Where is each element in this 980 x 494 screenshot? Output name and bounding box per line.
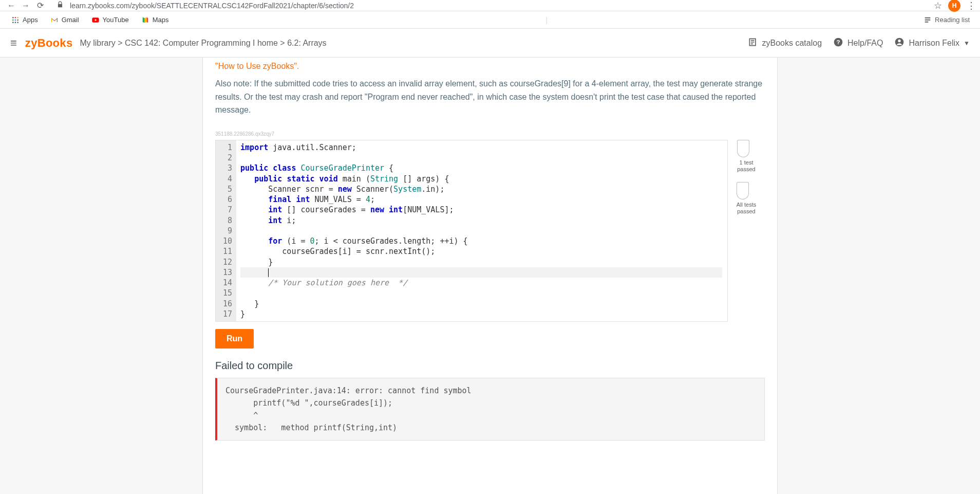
shield-icon — [737, 143, 749, 157]
catalog-link[interactable]: zyBooks catalog — [748, 37, 822, 49]
svg-point-8 — [17, 22, 18, 23]
badge-all-tests: All tests passed — [737, 185, 757, 215]
activity-id: 351188.2286286.qx3zqy7 — [215, 131, 765, 137]
user-menu[interactable]: Harrison Felix ▼ — [894, 37, 970, 49]
badge-one-test: 1 test passed — [737, 143, 755, 173]
app-header: ≡ zyBooks My library > CSC 142: Computer… — [0, 29, 980, 58]
compile-fail-heading: Failed to compile — [215, 360, 765, 372]
svg-point-0 — [12, 17, 14, 19]
help-link[interactable]: ? Help/FAQ — [833, 37, 883, 49]
bookmark-label: Gmail — [62, 16, 79, 24]
page-card: "How to Use zyBooks". Also note: If the … — [202, 58, 778, 494]
help-icon: ? — [833, 37, 843, 49]
breadcrumb[interactable]: My library > CSC 142: Computer Programmi… — [80, 39, 326, 48]
note-paragraph: Also note: If the submitted code tries t… — [215, 77, 765, 117]
howto-link[interactable]: "How to Use zyBooks". — [215, 62, 765, 71]
address-bar[interactable]: learn.zybooks.com/zybook/SEATTLECENTRALC… — [70, 2, 354, 10]
svg-point-1 — [15, 17, 16, 19]
svg-point-7 — [15, 22, 16, 23]
bookmark-apps[interactable]: Apps — [6, 14, 43, 26]
compile-error-output: CourseGradePrinter.java:14: error: canno… — [215, 378, 765, 441]
reading-list-icon — [924, 16, 932, 24]
bookmark-youtube[interactable]: YouTube — [86, 14, 134, 26]
code-area[interactable]: import java.util.Scanner; public class C… — [236, 140, 727, 321]
svg-point-2 — [17, 17, 18, 19]
page-background: "How to Use zyBooks". Also note: If the … — [0, 58, 980, 494]
svg-text:?: ? — [837, 39, 840, 45]
back-button[interactable]: ← — [4, 1, 18, 10]
bookmark-maps[interactable]: Maps — [136, 14, 174, 26]
svg-point-5 — [17, 19, 18, 21]
user-icon — [894, 37, 904, 49]
star-icon[interactable]: ☆ — [934, 0, 942, 11]
bookmarks-bar: Apps Gmail YouTube Maps | Reading list — [0, 11, 980, 29]
svg-point-6 — [12, 22, 14, 23]
bookmark-gmail[interactable]: Gmail — [45, 14, 84, 26]
kebab-icon[interactable]: ⋮ — [967, 0, 976, 11]
svg-point-13 — [898, 39, 901, 42]
profile-avatar[interactable]: H — [948, 0, 960, 12]
code-editor[interactable]: 1234567891011121314151617 import java.ut… — [215, 140, 728, 322]
run-button[interactable]: Run — [215, 329, 254, 349]
reload-button[interactable]: ⟳ — [33, 1, 47, 10]
maps-icon — [141, 16, 149, 24]
forward-button[interactable]: → — [18, 1, 33, 10]
youtube-icon — [91, 16, 100, 24]
gmail-icon — [50, 16, 59, 24]
line-gutter: 1234567891011121314151617 — [216, 140, 236, 321]
chevron-down-icon: ▼ — [964, 40, 970, 47]
catalog-icon — [748, 37, 758, 49]
apps-icon — [11, 16, 20, 24]
browser-toolbar: ← → ⟳ learn.zybooks.com/zybook/SEATTLECE… — [0, 0, 980, 11]
svg-point-3 — [12, 19, 14, 21]
svg-point-4 — [15, 19, 16, 21]
bookmark-label: YouTube — [103, 16, 129, 24]
lock-icon — [56, 1, 64, 10]
hamburger-icon[interactable]: ≡ — [10, 36, 17, 50]
bookmark-label: Maps — [153, 16, 169, 24]
test-badges: 1 test passed All tests passed — [728, 140, 765, 322]
reading-list-button[interactable]: Reading list — [919, 16, 974, 24]
zybooks-logo[interactable]: zyBooks — [25, 36, 73, 50]
shield-icon — [737, 185, 749, 199]
bookmark-label: Apps — [23, 16, 38, 24]
